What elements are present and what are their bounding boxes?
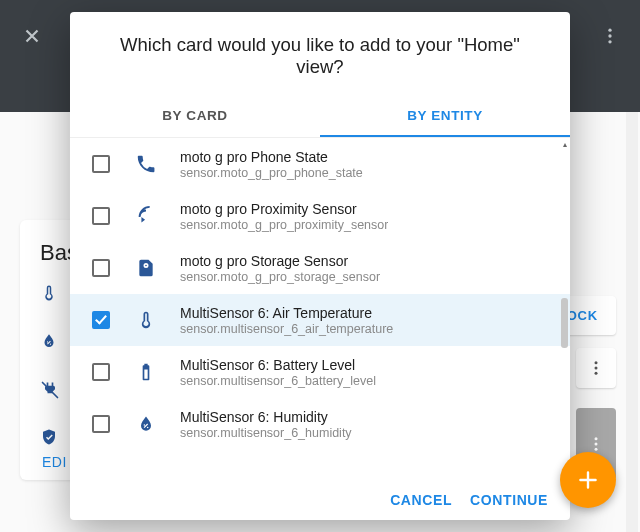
entity-list[interactable]: moto g pro Phone Statesensor.moto_g_pro_… [70, 138, 570, 480]
entity-row[interactable]: MultiSensor 6: Air Temperaturesensor.mul… [70, 294, 570, 346]
entity-row[interactable]: moto g pro Storage Sensorsensor.moto_g_p… [70, 242, 570, 294]
humidity-icon [134, 412, 158, 436]
entity-id: sensor.moto_g_pro_storage_sensor [180, 270, 380, 284]
entity-checkbox[interactable] [92, 259, 110, 277]
entity-id: sensor.moto_g_pro_proximity_sensor [180, 218, 388, 232]
entity-row[interactable]: moto g pro Proximity Sensorsensor.moto_g… [70, 190, 570, 242]
add-fab-button[interactable] [560, 452, 616, 508]
entity-row[interactable]: MultiSensor 6: Battery Levelsensor.multi… [70, 346, 570, 398]
entity-name: MultiSensor 6: Battery Level [180, 357, 376, 373]
tab-by-card[interactable]: BY CARD [70, 96, 320, 137]
entity-checkbox[interactable] [92, 415, 110, 433]
storage-icon [134, 256, 158, 280]
dialog-title: Which card would you like to add to your… [70, 12, 570, 96]
dialog-tabs: BY CARD BY ENTITY [70, 96, 570, 137]
entity-name: moto g pro Storage Sensor [180, 253, 380, 269]
battery-icon [134, 360, 158, 384]
entity-id: sensor.multisensor_6_battery_level [180, 374, 376, 388]
entity-name: MultiSensor 6: Air Temperature [180, 305, 393, 321]
list-scrollbar-thumb[interactable] [561, 298, 568, 348]
proximity-icon [134, 204, 158, 228]
entity-checkbox[interactable] [92, 207, 110, 225]
phone-icon [134, 152, 158, 176]
entity-name: moto g pro Phone State [180, 149, 363, 165]
entity-checkbox[interactable] [92, 155, 110, 173]
entity-row[interactable]: moto g pro Phone Statesensor.moto_g_pro_… [70, 138, 570, 190]
thermometer-icon [134, 308, 158, 332]
tab-by-entity[interactable]: BY ENTITY [320, 96, 570, 137]
entity-checkbox[interactable] [92, 363, 110, 381]
entity-id: sensor.multisensor_6_air_temperature [180, 322, 393, 336]
entity-name: moto g pro Proximity Sensor [180, 201, 388, 217]
entity-id: sensor.multisensor_6_humidity [180, 426, 352, 440]
continue-button[interactable]: CONTINUE [470, 492, 548, 508]
entity-name: MultiSensor 6: Humidity [180, 409, 352, 425]
list-scroll-up-icon[interactable]: ▴ [563, 140, 567, 149]
entity-checkbox[interactable] [92, 311, 110, 329]
cancel-button[interactable]: CANCEL [390, 492, 452, 508]
entity-id: sensor.moto_g_pro_phone_state [180, 166, 363, 180]
entity-row[interactable]: MultiSensor 6: Humiditysensor.multisenso… [70, 398, 570, 450]
add-card-dialog: Which card would you like to add to your… [70, 12, 570, 520]
